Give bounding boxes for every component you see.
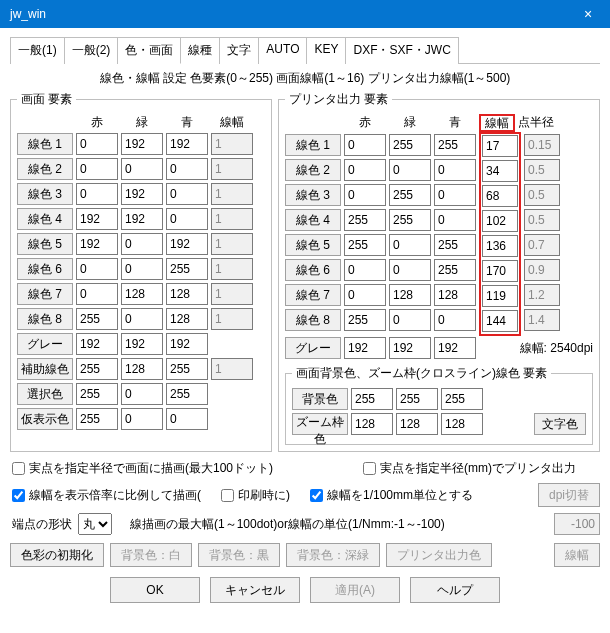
printer-b[interactable]: [434, 134, 476, 156]
printer-g[interactable]: [389, 134, 431, 156]
screen-g[interactable]: [121, 133, 163, 155]
tab-0[interactable]: 一般(1): [10, 37, 65, 64]
sel-g[interactable]: [121, 383, 163, 405]
sel-r[interactable]: [76, 383, 118, 405]
p-gray-button[interactable]: グレー: [285, 337, 341, 359]
screen-g[interactable]: [121, 258, 163, 280]
screen-g[interactable]: [121, 283, 163, 305]
printer-w[interactable]: [482, 310, 518, 332]
screen-g[interactable]: [121, 183, 163, 205]
screen-b[interactable]: [166, 183, 208, 205]
printer-g[interactable]: [389, 209, 431, 231]
printer-b[interactable]: [434, 234, 476, 256]
printer-g[interactable]: [389, 234, 431, 256]
tab-6[interactable]: KEY: [307, 37, 346, 64]
chk-on-print[interactable]: 印刷時に): [219, 487, 290, 504]
bg-deepgreen-button[interactable]: 背景色：深緑: [286, 543, 380, 567]
screen-r[interactable]: [76, 133, 118, 155]
printer-b[interactable]: [434, 159, 476, 181]
select-color-button[interactable]: 選択色: [17, 383, 73, 405]
gray-b[interactable]: [166, 333, 208, 355]
screen-b[interactable]: [166, 233, 208, 255]
screen-color-button[interactable]: 線色 2: [17, 158, 73, 180]
endshape-select[interactable]: 丸: [78, 513, 112, 535]
screen-color-button[interactable]: 線色 4: [17, 208, 73, 230]
tab-4[interactable]: 文字: [220, 37, 259, 64]
printer-w[interactable]: [482, 135, 518, 157]
reset-colors-button[interactable]: 色彩の初期化: [10, 543, 104, 567]
screen-g[interactable]: [121, 208, 163, 230]
text-color-button[interactable]: 文字色: [534, 413, 586, 435]
screen-color-button[interactable]: 線色 6: [17, 258, 73, 280]
printer-color-button[interactable]: 線色 8: [285, 309, 341, 331]
temp-r[interactable]: [76, 408, 118, 430]
printer-b[interactable]: [434, 209, 476, 231]
help-button[interactable]: ヘルプ: [410, 577, 500, 603]
zm-r[interactable]: [351, 413, 393, 435]
printer-b[interactable]: [434, 184, 476, 206]
screen-r[interactable]: [76, 208, 118, 230]
bg-g[interactable]: [396, 388, 438, 410]
screen-color-button[interactable]: 線色 3: [17, 183, 73, 205]
chk-printer-pointr[interactable]: 実点を指定半径(mm)でプリンタ出力: [361, 460, 576, 477]
dpi-toggle-button[interactable]: dpi切替: [538, 483, 600, 507]
screen-g[interactable]: [121, 158, 163, 180]
ok-button[interactable]: OK: [110, 577, 200, 603]
printer-color-button[interactable]: 線色 4: [285, 209, 341, 231]
screen-b[interactable]: [166, 133, 208, 155]
printer-r[interactable]: [344, 209, 386, 231]
tab-7[interactable]: DXF・SXF・JWC: [346, 37, 458, 64]
chk-scale-width[interactable]: 線幅を表示倍率に比例して描画(: [10, 487, 201, 504]
p-gray-g[interactable]: [389, 337, 431, 359]
printer-g[interactable]: [389, 259, 431, 281]
printer-b[interactable]: [434, 284, 476, 306]
screen-b[interactable]: [166, 283, 208, 305]
close-icon[interactable]: ×: [566, 0, 610, 28]
gray-g[interactable]: [121, 333, 163, 355]
printer-color-button[interactable]: 線色 3: [285, 184, 341, 206]
bg-color-button[interactable]: 背景色: [292, 388, 348, 410]
screen-g[interactable]: [121, 308, 163, 330]
aux-r[interactable]: [76, 358, 118, 380]
screen-color-button[interactable]: 線色 7: [17, 283, 73, 305]
printer-color-button[interactable]: プリンタ出力色: [386, 543, 492, 567]
printer-r[interactable]: [344, 234, 386, 256]
printer-w[interactable]: [482, 260, 518, 282]
tab-2[interactable]: 色・画面: [118, 37, 181, 64]
printer-r[interactable]: [344, 284, 386, 306]
screen-b[interactable]: [166, 208, 208, 230]
zoom-frame-button[interactable]: ズーム枠色: [292, 413, 348, 435]
p-gray-b[interactable]: [434, 337, 476, 359]
printer-b[interactable]: [434, 309, 476, 331]
printer-g[interactable]: [389, 284, 431, 306]
screen-b[interactable]: [166, 308, 208, 330]
screen-r[interactable]: [76, 158, 118, 180]
zm-g[interactable]: [396, 413, 438, 435]
printer-color-button[interactable]: 線色 1: [285, 134, 341, 156]
cancel-button[interactable]: キャンセル: [210, 577, 300, 603]
printer-color-button[interactable]: 線色 5: [285, 234, 341, 256]
printer-r[interactable]: [344, 134, 386, 156]
tab-5[interactable]: AUTO: [259, 37, 307, 64]
screen-r[interactable]: [76, 183, 118, 205]
bg-b[interactable]: [441, 388, 483, 410]
sel-b[interactable]: [166, 383, 208, 405]
printer-w[interactable]: [482, 235, 518, 257]
screen-b[interactable]: [166, 158, 208, 180]
zm-b[interactable]: [441, 413, 483, 435]
printer-color-button[interactable]: 線色 2: [285, 159, 341, 181]
printer-w[interactable]: [482, 285, 518, 307]
screen-r[interactable]: [76, 258, 118, 280]
screen-color-button[interactable]: 線色 5: [17, 233, 73, 255]
gray-r[interactable]: [76, 333, 118, 355]
temp-b[interactable]: [166, 408, 208, 430]
screen-r[interactable]: [76, 308, 118, 330]
tab-3[interactable]: 線種: [181, 37, 220, 64]
aux-g[interactable]: [121, 358, 163, 380]
apply-button[interactable]: 適用(A): [310, 577, 400, 603]
printer-w[interactable]: [482, 210, 518, 232]
screen-color-button[interactable]: 線色 1: [17, 133, 73, 155]
screen-b[interactable]: [166, 258, 208, 280]
printer-r[interactable]: [344, 259, 386, 281]
printer-g[interactable]: [389, 184, 431, 206]
